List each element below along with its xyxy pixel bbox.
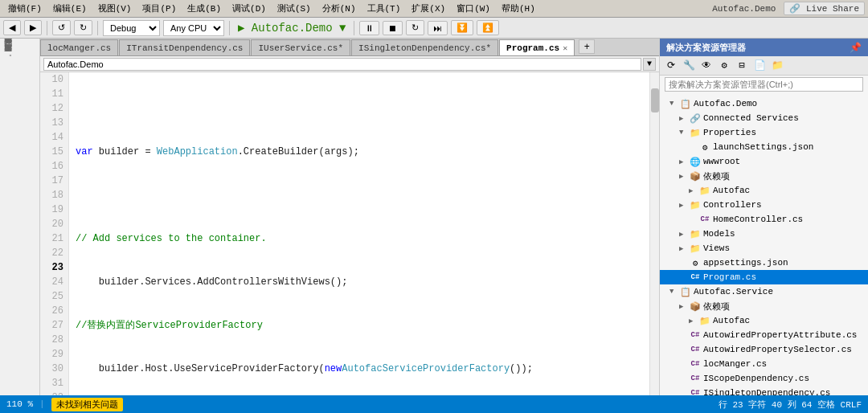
- solution-search-input[interactable]: [665, 77, 863, 92]
- tab-program-close[interactable]: ✕: [563, 43, 567, 53]
- tree-autofac-folder[interactable]: ▶ 📁 Autofac: [660, 183, 868, 198]
- tree-autofac-service[interactable]: ▼ 📋 Autofac.Service: [660, 284, 868, 299]
- ln-15: 15: [40, 145, 68, 159]
- tree-iscope[interactable]: C# IScopeDenpendency.cs: [660, 371, 868, 386]
- tree-autowired-sel[interactable]: C# AutowiredPropertySelector.cs: [660, 342, 868, 357]
- autofac-folder-icon: 📁: [698, 186, 711, 196]
- back-button[interactable]: ◀: [3, 20, 21, 35]
- tab-itransit[interactable]: ITransitDenpendency.cs: [119, 39, 250, 55]
- tab-iuserservice[interactable]: IUserService.cs*: [251, 39, 350, 55]
- panel-newfile-btn[interactable]: 📄: [751, 59, 768, 73]
- warning-badge[interactable]: 未找到相关问题: [51, 398, 123, 411]
- editor-scrollbar[interactable]: [649, 72, 659, 395]
- menu-debug[interactable]: 调试(D): [227, 2, 271, 14]
- ln-23: 23: [40, 260, 68, 275]
- ln-24: 24: [40, 275, 68, 289]
- toolbar-btn-4[interactable]: ⏭: [428, 21, 448, 35]
- menu-analyze[interactable]: 分析(N): [317, 2, 361, 14]
- controllers-icon: 📁: [689, 200, 702, 211]
- tree-connected-services[interactable]: ▶ 🔗 Connected Services: [660, 111, 868, 125]
- panel-sync-btn[interactable]: ⟳: [663, 59, 679, 73]
- toolbar-btn-3[interactable]: ↻: [406, 20, 424, 35]
- tree-program-cs[interactable]: C# Program.cs: [660, 270, 868, 284]
- menu-extensions[interactable]: 扩展(X): [407, 2, 450, 14]
- tree-autofac-demo[interactable]: ▼ 📋 Autofac.Demo: [660, 96, 868, 111]
- tree-models[interactable]: ▶ 📁 Models: [660, 227, 868, 241]
- cs-icon-sel: C#: [689, 346, 702, 354]
- tree-service-autofac[interactable]: ▶ 📁 Autofac: [660, 313, 868, 328]
- connected-services-icon: 🔗: [689, 113, 702, 124]
- menu-edit[interactable]: 编辑(E): [48, 2, 92, 14]
- project-title: Autofac.Demo: [712, 4, 776, 14]
- live-share-btn[interactable]: 🔗 Live Share: [784, 2, 865, 15]
- ln-18: 18: [40, 188, 68, 202]
- tree-wwwroot[interactable]: ▶ 🌐 wwwroot: [660, 154, 868, 169]
- ln-10: 10: [40, 72, 68, 87]
- ln-25: 25: [40, 289, 68, 304]
- code-content[interactable]: var builder = WebApplication.CreateBuild…: [69, 72, 649, 395]
- tree-views[interactable]: ▶ 📁 Views: [660, 241, 868, 256]
- editor-area: locManger.cs ITransitDenpendency.cs IUse…: [40, 39, 659, 395]
- address-bar: ▼: [40, 56, 659, 72]
- forward-button[interactable]: ▶: [24, 20, 42, 35]
- menu-view[interactable]: 视图(V): [93, 2, 137, 14]
- cpu-select[interactable]: Any CPU x64 x86: [163, 20, 224, 36]
- code-line-10: [76, 101, 649, 116]
- separator-1: [47, 21, 47, 35]
- new-tab-button[interactable]: +: [579, 39, 595, 54]
- address-input[interactable]: [43, 58, 641, 71]
- dependencies-icon: 📦: [689, 171, 702, 182]
- menu-tools[interactable]: 工具(T): [362, 2, 406, 14]
- menu-build[interactable]: 生成(B): [182, 2, 226, 14]
- toolbox-panel: 没有可用的工具箱项目。将某项拖至此处以将其添加到工具箱.: [0, 39, 40, 395]
- panel-filter-btn[interactable]: ⚙: [716, 59, 732, 73]
- solution-icon: 📋: [679, 99, 692, 109]
- tree-appsettings[interactable]: ⚙ appsettings.json: [660, 256, 868, 270]
- panel-newfolder-btn[interactable]: 📁: [769, 59, 785, 73]
- tree-dependencies[interactable]: ▶ 📦 依赖项: [660, 169, 868, 183]
- tree-homecontroller[interactable]: C# HomeController.cs: [660, 212, 868, 227]
- toolbar-btn-2[interactable]: ⏹: [383, 21, 403, 35]
- menu-window[interactable]: 窗口(W): [452, 2, 495, 14]
- toolbar-btn-6[interactable]: ⏫: [477, 20, 499, 35]
- solution-explorer-panel: 解决方案资源管理器 📌 ⟳ 🔧 👁 ⚙ ⊟ 📄 📁 ▼ 📋 Autofac.De…: [659, 39, 868, 395]
- code-line-16: builder.Host.UseServiceProviderFactory(n…: [76, 362, 649, 376]
- ln-14: 14: [40, 130, 68, 145]
- panel-showall-btn[interactable]: 👁: [698, 59, 714, 73]
- tree-locmanger[interactable]: C# locManger.cs: [660, 357, 868, 371]
- tree-autowired-attr[interactable]: C# AutowiredPropertyAttribute.cs: [660, 328, 868, 342]
- menu-help[interactable]: 帮助(H): [497, 2, 540, 14]
- tab-isingleton[interactable]: ISingletonDenpendency.cs*: [351, 39, 498, 55]
- tree-isingleton[interactable]: C# ISingletonDenpendency.cs: [660, 386, 868, 395]
- menu-test[interactable]: 测试(S): [272, 2, 316, 14]
- models-icon: 📁: [689, 229, 702, 239]
- toolbar-btn-1[interactable]: ⏸: [359, 21, 379, 35]
- solution-explorer-title: 解决方案资源管理器: [666, 42, 746, 54]
- panel-pin-icon[interactable]: 📌: [850, 42, 862, 54]
- ln-17: 17: [40, 174, 68, 188]
- code-area[interactable]: 10 11 12 13 14 15 16 17 18 19 20 21 22 2…: [40, 72, 659, 395]
- menu-project[interactable]: 项目(P): [137, 2, 181, 14]
- tree-controllers[interactable]: ▶ 📁 Controllers: [660, 198, 868, 212]
- redo-button[interactable]: ↻: [74, 20, 92, 35]
- tree-launchsettings[interactable]: ⚙ launchSettings.json: [660, 140, 868, 154]
- tab-program[interactable]: Program.cs ✕: [499, 39, 575, 55]
- debug-mode-select[interactable]: Debug Release: [103, 20, 160, 36]
- separator-3: [229, 21, 230, 35]
- ln-20: 20: [40, 217, 68, 231]
- separator-2: [97, 21, 98, 35]
- tab-bar: locManger.cs ITransitDenpendency.cs IUse…: [40, 39, 659, 56]
- menu-bar: 撤销(F) 编辑(E) 视图(V) 项目(P) 生成(B) 调试(D) 测试(S…: [0, 0, 868, 18]
- ln-12: 12: [40, 101, 68, 116]
- address-btn[interactable]: ▼: [643, 58, 656, 71]
- undo-button[interactable]: ↺: [52, 20, 71, 35]
- run-button[interactable]: ▶ Autofac.Demo ▼: [235, 21, 349, 35]
- menu-file[interactable]: 撤销(F): [3, 2, 47, 14]
- tab-isingleton-label: ISingletonDenpendency.cs*: [358, 43, 491, 53]
- tab-locmanger[interactable]: locManger.cs: [40, 39, 118, 55]
- panel-collapse-btn[interactable]: ⊟: [734, 59, 750, 73]
- panel-props-btn[interactable]: 🔧: [681, 59, 697, 73]
- toolbar-btn-5[interactable]: ⏬: [451, 20, 473, 35]
- tree-service-dependencies[interactable]: ▶ 📦 依赖项: [660, 299, 868, 313]
- tree-properties[interactable]: ▼ 📁 Properties: [660, 125, 868, 140]
